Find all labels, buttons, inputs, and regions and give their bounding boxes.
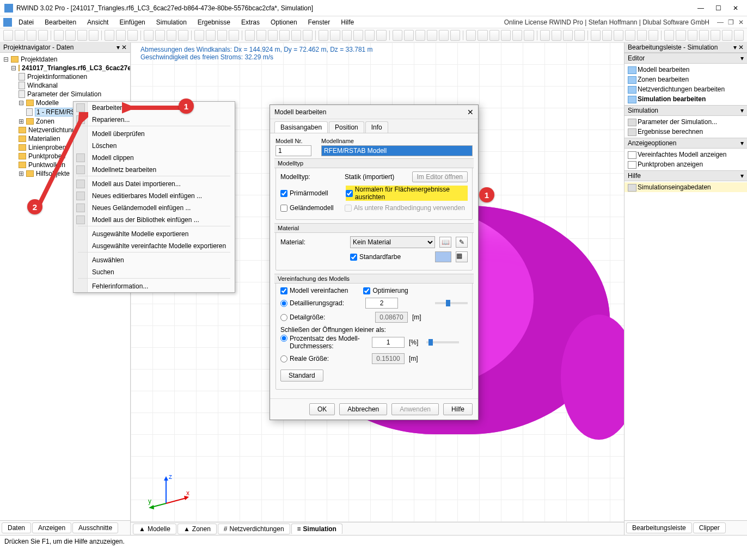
anzeige-item-punkt[interactable]: Punktproben anzeigen: [624, 159, 747, 169]
toolbar-button-45[interactable]: [563, 30, 573, 41]
toolbar-button-26[interactable]: [330, 30, 340, 41]
toolbar-button-7[interactable]: [89, 30, 99, 41]
toolbar-button-39[interactable]: [489, 30, 499, 41]
ctx-item-8[interactable]: Neues Geländemodell einfügen ...: [74, 202, 235, 214]
toolbar-button-32[interactable]: [404, 30, 414, 41]
maximize-button[interactable]: ☐: [714, 4, 722, 12]
toolbar-button-47[interactable]: [591, 30, 601, 41]
ctx-item-9[interactable]: Modell aus der Bibliothek einfügen ...: [74, 214, 235, 228]
toolbar-button-10[interactable]: [127, 30, 137, 41]
ctx-item-1[interactable]: Reparieren...: [74, 114, 235, 128]
toolbar-button-22[interactable]: [279, 30, 289, 41]
apply-button[interactable]: Anwenden: [391, 403, 439, 415]
context-menu[interactable]: Bearbeiten...Reparieren...Modell überprü…: [73, 101, 235, 293]
toolbar-button-37[interactable]: [466, 30, 476, 41]
view-tab-zonen[interactable]: ▲ Zonen: [177, 524, 217, 534]
toolbar-button-1[interactable]: [15, 30, 25, 41]
ctx-item-6[interactable]: Modell aus Datei importieren...: [74, 178, 235, 190]
toolbar-button-31[interactable]: [393, 30, 402, 41]
toolbar-button-50[interactable]: [625, 30, 635, 41]
nav-tab-ausschnitte[interactable]: Ausschnitte: [72, 522, 118, 533]
editor-item-simulation[interactable]: Simulation bearbeiten: [624, 94, 747, 104]
toolbar-button-4[interactable]: [54, 30, 64, 41]
menu-simulation[interactable]: Simulation: [151, 16, 192, 28]
editor-open-button[interactable]: Im Editor öffnen: [412, 171, 468, 182]
panel-toggle[interactable]: ▾ ✕: [117, 44, 127, 51]
hilfe-item-sim[interactable]: Simulationseingabedaten: [624, 182, 747, 192]
editor-item-netz[interactable]: Netzverdichtungen bearbeiten: [624, 84, 747, 94]
toolbar-button-40[interactable]: [501, 30, 511, 41]
toolbar-button-11[interactable]: [144, 30, 154, 41]
toolbar-button-8[interactable]: [105, 30, 114, 41]
toolbar-button-19[interactable]: [245, 30, 255, 41]
menu-extras[interactable]: Extras: [236, 16, 265, 28]
tree-project[interactable]: 241017_Triangles.rf6_LC3_6cac27ed: [22, 64, 130, 72]
toolbar-button-25[interactable]: [319, 30, 328, 41]
ctx-item-3[interactable]: Löschen: [74, 140, 235, 152]
toolbar-button-56[interactable]: [699, 30, 709, 41]
toolbar-button-6[interactable]: [77, 30, 87, 41]
editor-item-modell[interactable]: Modell bearbeiten: [624, 65, 747, 75]
proz-input[interactable]: [372, 337, 405, 348]
toolbar-button-55[interactable]: [688, 30, 697, 41]
toolbar-button-52[interactable]: [648, 30, 658, 41]
view-tab-modelle[interactable]: ▲ Modelle: [133, 524, 176, 534]
ctx-item-2[interactable]: Modell überprüfen: [74, 128, 235, 140]
stdfarbe-checkbox[interactable]: Standardfarbe: [350, 253, 401, 261]
menu-ergebnisse[interactable]: Ergebnisse: [192, 16, 236, 28]
ctx-item-5[interactable]: Modellnetz bearbeiten: [74, 164, 235, 178]
tab-position[interactable]: Position: [329, 121, 364, 133]
toolbar-button-14[interactable]: [178, 30, 188, 41]
modellname-input[interactable]: [321, 145, 473, 156]
right-tab-leiste[interactable]: Bearbeitungsleiste: [626, 522, 692, 533]
standard-button[interactable]: Standard: [280, 370, 323, 381]
reale-radio[interactable]: Reale Größe:: [280, 355, 368, 362]
tab-info[interactable]: Info: [365, 121, 388, 133]
ctx-item-12[interactable]: Auswählen: [74, 254, 235, 266]
minimize-button[interactable]: —: [697, 4, 705, 12]
toolbar-button-12[interactable]: [155, 30, 165, 41]
tree-projinfo[interactable]: Projektinformationen: [27, 73, 87, 81]
mdi-minimize[interactable]: —: [717, 19, 724, 26]
proz-radio[interactable]: Prozentsatz des Modell-Durchmessers:: [280, 335, 368, 350]
ctx-item-4[interactable]: Modell clippen: [74, 152, 235, 164]
close-button[interactable]: ✕: [732, 4, 739, 12]
toolbar-button-51[interactable]: [637, 30, 647, 41]
section-editor-hdr[interactable]: Editor▾: [624, 53, 747, 64]
toolbar-button-9[interactable]: [116, 30, 126, 41]
toolbar-button-28[interactable]: [353, 30, 363, 41]
toolbar-button-57[interactable]: [711, 30, 720, 41]
editor-item-zonen[interactable]: Zonen bearbeiten: [624, 75, 747, 84]
anzeige-item-vereinf[interactable]: Vereinfachtes Modell anzeigen: [624, 150, 747, 159]
toolbar-button-48[interactable]: [602, 30, 612, 41]
toolbar-button-44[interactable]: [552, 30, 561, 41]
toolbar-button-16[interactable]: [206, 30, 216, 41]
toolbar-button-2[interactable]: [27, 30, 36, 41]
menu-fenster[interactable]: Fenster: [303, 16, 336, 28]
tree-windkanal[interactable]: Windkanal: [27, 82, 58, 89]
material-lib-button[interactable]: 📖: [439, 237, 451, 248]
detgroesse-radio[interactable]: Detailgröße:: [280, 313, 325, 321]
toolbar-button-49[interactable]: [614, 30, 623, 41]
proz-slider[interactable]: [426, 341, 459, 343]
tree-root[interactable]: Projektdaten: [21, 56, 57, 63]
toolbar-button-59[interactable]: [734, 30, 744, 41]
ctx-item-14[interactable]: Fehlerinformation...: [74, 280, 235, 292]
toolbar-button-17[interactable]: [217, 30, 227, 41]
detgrad-input[interactable]: [365, 298, 398, 309]
right-tab-clipper[interactable]: Clipper: [693, 522, 726, 533]
gelaende-checkbox[interactable]: Geländemodell: [280, 204, 334, 212]
modellnr-input[interactable]: [275, 145, 311, 156]
toolbar-button-24[interactable]: [303, 30, 313, 41]
toolbar-button-21[interactable]: [268, 30, 278, 41]
primaer-checkbox[interactable]: Primärmodell: [280, 189, 328, 197]
detgrad-radio[interactable]: Detaillierungsgrad:: [280, 299, 344, 307]
color-grid-button[interactable]: ▦: [456, 251, 468, 262]
toolbar-button-20[interactable]: [256, 30, 266, 41]
toolbar-button-3[interactable]: [38, 30, 48, 41]
view-tab-netz[interactable]: # Netzverdichtungen: [218, 524, 290, 534]
section-anzeige-hdr[interactable]: Anzeigeoptionen▾: [624, 138, 747, 149]
tree-param[interactable]: Parameter der Simulation: [27, 90, 101, 98]
material-new-button[interactable]: ✎: [456, 237, 468, 248]
help-button[interactable]: Hilfe: [443, 403, 473, 415]
